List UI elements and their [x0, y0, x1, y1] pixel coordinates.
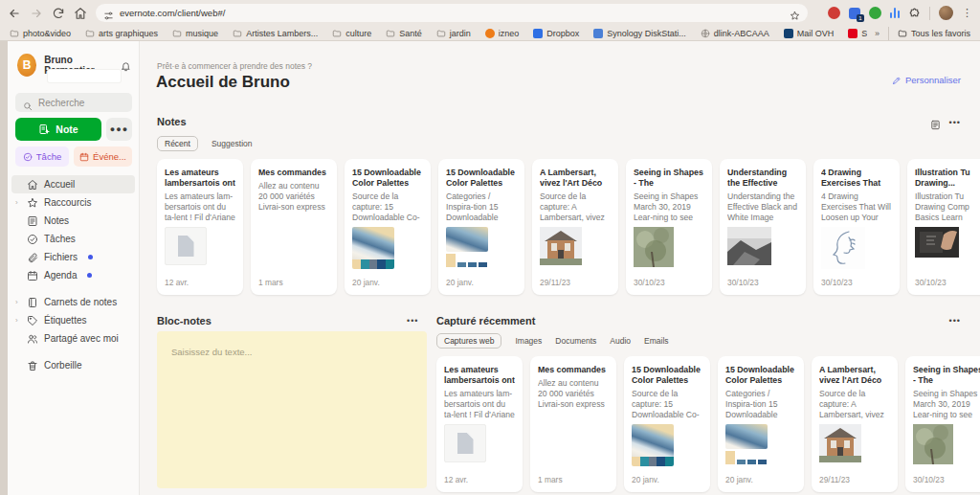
bookmark-item[interactable]: photo&video	[10, 29, 71, 38]
dropbox-icon	[533, 29, 543, 38]
search-input[interactable]: Recherche	[15, 93, 132, 112]
page-title: Accueil de Bruno	[156, 73, 290, 92]
site-settings-icon[interactable]	[103, 8, 114, 18]
note-card[interactable]: 15 Downloadable Color Palettes For...Sou…	[624, 356, 710, 492]
bookmark-item[interactable]: culture	[332, 29, 371, 38]
note-card[interactable]: A Lambersart, vivez l'Art DécoSource de …	[532, 159, 618, 295]
notes-section-title: Notes	[157, 116, 187, 127]
folder-icon	[10, 29, 19, 38]
note-card-snippet: Allez au contenu 20 000 variétés Livrai-…	[258, 181, 329, 213]
bookmark-item[interactable]: izneo	[485, 29, 520, 38]
note-card-title: Les amateurs lambersartois ont d...	[165, 168, 235, 189]
extension-blue-icon[interactable]: 1	[849, 8, 860, 19]
sidebar-item-label: Étiquettes	[44, 315, 86, 326]
sidebar-item-carnets-de-notes[interactable]: ›Carnets de notes	[11, 293, 135, 311]
chevron-right-icon[interactable]: ›	[15, 199, 21, 207]
notifications-bell-icon[interactable]	[121, 59, 131, 72]
note-card[interactable]: 15 Downloadable Color Palettes For...Sou…	[345, 159, 431, 295]
bookmark-item[interactable]: musique	[172, 29, 218, 38]
sidebar-item-raccourcis[interactable]: ›Raccourcis	[11, 193, 135, 212]
sidebar-item-accueil[interactable]: Accueil	[11, 175, 135, 193]
new-event-button[interactable]: Événe...	[74, 146, 132, 167]
bookmark-item[interactable]: arts graphiques	[85, 29, 158, 38]
extension-green-icon[interactable]	[869, 7, 881, 19]
bookmarks-overflow-icon[interactable]: »	[875, 29, 880, 38]
reload-icon[interactable]	[52, 7, 65, 20]
chevron-right-icon[interactable]: ›	[15, 317, 21, 325]
sidebar-item-agenda[interactable]: Agenda	[11, 266, 135, 284]
note-card-title: Les amateurs lambersartois ont d...	[444, 365, 515, 386]
new-task-button[interactable]: Tâche	[15, 146, 69, 167]
bookmark-star-icon[interactable]	[790, 8, 800, 18]
sidebar-item-label: Notes	[44, 215, 69, 226]
note-card[interactable]: Les amateurs lambersartois ont d...Les a…	[157, 159, 243, 295]
note-card[interactable]: 15 Downloadable Color Palettes For...Cat…	[438, 159, 524, 295]
browser-menu-icon[interactable]: ⋮	[962, 8, 972, 18]
bookmark-item[interactable]: Santé	[386, 29, 422, 38]
scratchpad-input[interactable]	[157, 331, 427, 488]
sidebar-item-taches[interactable]: Tâches	[11, 230, 135, 248]
note-card[interactable]: Mes commandesAllez au contenu 20 000 var…	[530, 356, 616, 492]
bookmark-item[interactable]: Synology DiskStati...	[593, 29, 686, 38]
star-icon	[27, 197, 38, 209]
sidebar-item-notes[interactable]: Notes	[11, 212, 135, 230]
note-card[interactable]: 4 Drawing Exercises That Will Loosen u..…	[813, 159, 900, 295]
new-note-button[interactable]: Note	[15, 118, 101, 141]
note-card-title: Illustration Tu Drawing...	[915, 168, 980, 189]
note-card-title: 4 Drawing Exercises That Will Loosen u..…	[821, 168, 892, 189]
bookmarks-bar: photo&videoarts graphiquesmusiqueArtiste…	[0, 26, 980, 40]
bookmark-item[interactable]: jardin	[436, 29, 471, 38]
back-icon[interactable]	[8, 7, 21, 20]
chevron-right-icon[interactable]: ›	[15, 299, 21, 306]
note-more-button[interactable]: ●●●	[106, 118, 132, 141]
note-card[interactable]: Illustration Tu Drawing...Illustration T…	[907, 159, 980, 295]
personalize-link[interactable]: Personnaliser	[892, 75, 961, 85]
tab-emails[interactable]: Emails	[644, 336, 669, 346]
notes-view-icon[interactable]	[930, 117, 941, 127]
bookmark-label: arts graphiques	[99, 29, 158, 38]
mail-ovh-icon	[784, 29, 793, 38]
sidebar-item-partage-avec-moi[interactable]: Partagé avec moi	[11, 329, 135, 348]
address-bar[interactable]: evernote.com/client/web#/	[96, 4, 808, 22]
sidebar-item-fichiers[interactable]: Fichiers	[11, 248, 135, 266]
tab-web-clips[interactable]: Captures web	[436, 333, 501, 349]
bookmark-item[interactable]: Artistes Lambers...	[233, 29, 318, 38]
sidebar-item-etiquettes[interactable]: ›Étiquettes	[11, 311, 135, 329]
browser-profile-avatar[interactable]	[939, 6, 953, 20]
note-card[interactable]: Les amateurs lambersartois ont d...Les a…	[436, 356, 523, 492]
note-plus-icon	[38, 124, 50, 135]
note-card[interactable]: Mes commandesAllez au contenu 20 000 var…	[251, 159, 337, 295]
forward-icon[interactable]	[30, 7, 43, 20]
notes-more-icon[interactable]: •••	[949, 118, 961, 127]
user-avatar[interactable]: B	[17, 54, 36, 77]
note-card[interactable]: Seeing in Shapes - The Landscape...Seein…	[905, 356, 980, 492]
note-card[interactable]: A Lambersart, vivez l'Art DécoSource de …	[812, 356, 898, 492]
extensions-puzzle-icon[interactable]	[908, 7, 921, 19]
sidebar-item-corbeille[interactable]: Corbeille	[11, 356, 135, 374]
tab-recent[interactable]: Récent	[157, 136, 198, 151]
note-card-title: Seeing in Shapes - The Landscape...	[634, 168, 704, 189]
scratchpad-more-icon[interactable]: •••	[407, 316, 418, 326]
note-card[interactable]: 15 Downloadable Color Palettes For...Cat…	[718, 356, 804, 492]
captured-card-list: Les amateurs lambersartois ont d...Les a…	[436, 356, 980, 492]
bookmark-item[interactable]: dlink-ABCAAA	[701, 29, 769, 38]
note-card[interactable]: Seeing in Shapes - The Landscape...Seein…	[626, 159, 712, 295]
bookmark-item[interactable]: Mail OVH	[784, 29, 835, 38]
all-favorites-bookmark[interactable]: Tous les favoris	[898, 29, 970, 38]
tab-audio[interactable]: Audio	[610, 336, 631, 346]
home-icon[interactable]	[74, 7, 87, 20]
extension-audio-icon[interactable]	[890, 8, 901, 18]
home-icon	[27, 179, 38, 191]
bookmark-item[interactable]: SFR internet mobile	[848, 29, 867, 38]
bookmarks-strip: photo&videoarts graphiquesmusiqueArtiste…	[10, 29, 867, 38]
bookmark-item[interactable]: Dropbox	[533, 29, 579, 38]
tab-documents[interactable]: Documents	[555, 336, 596, 346]
bookmark-label: dlink-ABCAAA	[714, 29, 769, 38]
tab-images[interactable]: Images	[515, 336, 542, 346]
note-card[interactable]: Understanding the Effective Black and...…	[720, 159, 806, 295]
captured-more-icon[interactable]: •••	[949, 316, 961, 326]
scratchpad	[157, 331, 427, 488]
extension-red-icon[interactable]	[828, 7, 840, 19]
tab-suggestion[interactable]: Suggestion	[212, 139, 253, 148]
folder-icon	[898, 29, 907, 38]
